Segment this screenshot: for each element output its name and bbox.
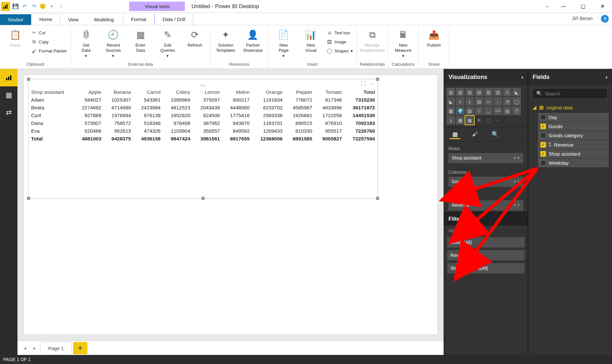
viz-arcgis[interactable]: ◯ <box>484 116 493 125</box>
viz-line-clustered[interactable]: ⫿ <box>465 97 474 106</box>
undo-button[interactable]: ↶ <box>21 3 28 10</box>
filter-item[interactable]: Revenue(All) <box>447 250 525 260</box>
chevron-right-icon[interactable]: › <box>521 74 523 81</box>
filters-header[interactable]: Filters <box>444 212 528 226</box>
field-item[interactable]: ✓Goods <box>538 122 609 131</box>
field-checkbox[interactable] <box>540 160 546 166</box>
well-fields-tab[interactable]: ▦ <box>450 130 460 139</box>
maximize-button[interactable]: ▢ <box>573 0 593 13</box>
viz-gauge[interactable]: ◡ <box>484 106 493 115</box>
table-node[interactable]: ◢ ▦ original data <box>528 102 612 113</box>
add-page-button[interactable]: + <box>73 342 87 354</box>
more-options-icon[interactable]: ⋯ <box>369 81 374 87</box>
page-tab[interactable]: Page 1 <box>40 342 72 354</box>
viz-line[interactable]: ⋀ <box>503 88 512 96</box>
visualizations-header[interactable]: Visualizations › <box>444 69 528 85</box>
viz-filled-map[interactable]: ▧ <box>465 106 474 115</box>
user-name[interactable]: Jiří Beran <box>572 16 593 21</box>
shapes-button[interactable]: ◯Shapes ▾ <box>325 47 354 54</box>
selection-handle[interactable] <box>376 78 379 81</box>
redo-button[interactable]: ↷ <box>30 3 37 10</box>
close-button[interactable]: ✕ <box>593 0 612 13</box>
viz-card[interactable]: 123 <box>493 106 502 115</box>
field-checkbox[interactable] <box>540 133 546 138</box>
viz-clustered-bar[interactable]: ▤ <box>465 88 474 96</box>
viz-r[interactable]: R <box>475 116 483 125</box>
viz-donut[interactable]: ◯ <box>512 97 521 106</box>
tab-view[interactable]: View <box>60 14 86 25</box>
selection-handle[interactable] <box>376 197 379 200</box>
tab-file[interactable]: Soubor <box>0 14 31 25</box>
paste-button[interactable]: 📋Paste <box>3 28 28 48</box>
tab-datadrill[interactable]: Data / Drill <box>154 14 193 25</box>
viz-treemap[interactable]: ▦ <box>447 106 455 115</box>
viz-table[interactable]: ▦ <box>456 116 465 125</box>
help-icon[interactable]: ? <box>601 15 609 23</box>
field-checkbox[interactable]: ✓ <box>540 151 546 157</box>
data-view-button[interactable]: ▦ <box>0 86 17 104</box>
viz-stacked-area[interactable]: ◣ <box>447 97 455 106</box>
page-next-button[interactable]: ► <box>30 344 39 352</box>
field-checkbox[interactable] <box>540 115 546 120</box>
format-painter-button[interactable]: 🖌Format Painter <box>30 47 68 54</box>
solution-templates-button[interactable]: ✦Solution Templates <box>213 28 238 53</box>
minimize-button[interactable]: — <box>554 0 573 13</box>
publish-button[interactable]: 📤Publish <box>421 28 447 48</box>
matrix-visual[interactable]: ⛶ ⋯ Shop assistantAppleBananaCarrotCeler… <box>28 79 378 199</box>
field-checkbox[interactable]: ✓ <box>540 124 546 129</box>
field-item[interactable]: ✓ΣRevenue <box>538 140 609 149</box>
qat-dropdown[interactable]: ▾ <box>48 3 55 10</box>
viz-stacked-bar[interactable]: ▥ <box>447 88 455 96</box>
viz-100-column[interactable]: ▥ <box>493 88 502 96</box>
new-measure-button[interactable]: 🖩New Measure ▾ <box>391 28 416 59</box>
viz-waterfall[interactable]: ▭ <box>484 97 493 106</box>
viz-slicer[interactable]: ⫿ <box>447 116 455 125</box>
manage-relationships-button[interactable]: ⧉Manage Relationships <box>360 28 385 53</box>
fields-header[interactable]: Fields › <box>528 69 612 85</box>
tab-modeling[interactable]: Modeling <box>86 14 122 25</box>
selection-handle[interactable] <box>27 78 30 81</box>
copy-button[interactable]: ⧉Copy <box>30 38 68 45</box>
new-visual-button[interactable]: 📊New Visual <box>298 28 323 53</box>
filter-item[interactable]: Goods(All) <box>447 237 525 248</box>
fields-search[interactable]: 🔍 Search <box>533 88 607 99</box>
selection-handle[interactable] <box>201 197 205 200</box>
tab-format[interactable]: Format <box>123 14 155 25</box>
field-item[interactable]: ✓Shop assistant <box>538 149 609 158</box>
partner-showcase-button[interactable]: 👤Partner Showcase <box>240 28 266 53</box>
well-analytics-tab[interactable]: 🔍 <box>490 130 500 139</box>
field-item[interactable]: Goods category <box>538 131 609 140</box>
move-icon[interactable]: ↔ <box>541 0 554 13</box>
viz-area[interactable]: ◣ <box>512 88 521 96</box>
viz-pie[interactable]: ◔ <box>503 97 512 106</box>
field-checkbox[interactable]: ✓ <box>540 142 546 148</box>
viz-stacked-column[interactable]: ▥ <box>456 88 465 96</box>
collapse-ribbon-icon[interactable]: ˄ <box>597 17 599 21</box>
selection-handle[interactable] <box>27 197 30 200</box>
viz-100-bar[interactable]: ▥ <box>484 88 493 96</box>
cut-button[interactable]: ✂Cut <box>30 29 68 36</box>
visual-grab-icon[interactable] <box>200 82 206 84</box>
chevron-right-icon[interactable]: › <box>606 74 607 81</box>
text-box-button[interactable]: AText box <box>325 29 354 36</box>
focus-mode-icon[interactable]: ⛶ <box>361 81 366 87</box>
page-prev-button[interactable]: ◄ <box>21 344 29 352</box>
rows-item[interactable]: Shop assistant▾ ✕ <box>448 153 523 163</box>
viz-ribbon[interactable]: ▨ <box>475 97 483 106</box>
refresh-button[interactable]: ⟳Refresh <box>182 28 208 48</box>
edit-queries-button[interactable]: ✎Edit Queries ▾ <box>155 28 180 59</box>
get-data-button[interactable]: 🛢Get Data ▾ <box>74 28 99 59</box>
viz-import[interactable]: ⋯ <box>493 116 502 125</box>
viz-line-column[interactable]: ⫿ <box>456 97 465 106</box>
viz-kpi[interactable]: ⏱ <box>512 106 521 115</box>
well-format-tab[interactable]: 🖌 <box>470 130 480 139</box>
viz-map[interactable]: 🌍 <box>456 106 465 115</box>
columns-item[interactable]: Goods▾ ✕ <box>448 177 523 187</box>
viz-matrix[interactable]: ▦ <box>465 116 474 125</box>
enter-data-button[interactable]: ▦Enter Data <box>128 28 153 53</box>
tab-home[interactable]: Home <box>31 14 60 25</box>
viz-multi-row[interactable]: ▤ <box>503 106 512 115</box>
values-item[interactable]: Revenue▾ ✕ <box>448 200 523 210</box>
save-button[interactable]: 💾 <box>12 3 19 10</box>
smiley-button[interactable]: 🙂 <box>39 3 46 10</box>
